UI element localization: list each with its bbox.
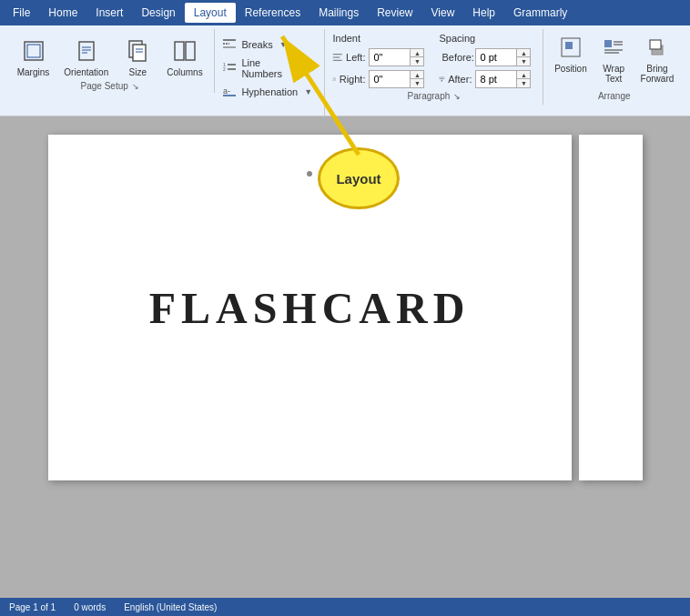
menu-layout[interactable]: Layout: [185, 3, 236, 23]
wrap-text-icon: [599, 33, 628, 62]
menu-design[interactable]: Design: [132, 3, 184, 23]
svg-rect-1: [27, 45, 40, 57]
arrange-group: Position Wrap Text: [543, 29, 685, 103]
page-setup-buttons: Margins Orientation: [12, 29, 208, 81]
size-icon: [123, 36, 152, 66]
columns-button[interactable]: Columns: [161, 33, 208, 81]
spacing-after-up[interactable]: ▲: [517, 71, 530, 79]
menu-help[interactable]: Help: [463, 3, 504, 23]
columns-icon: [170, 36, 199, 66]
margins-button[interactable]: Margins: [12, 33, 56, 81]
status-words: 0 words: [74, 602, 106, 612]
spacing-before-label: Before:: [439, 52, 472, 63]
spacing-header: Spacing: [439, 33, 531, 44]
svg-rect-43: [650, 40, 661, 49]
menu-insert[interactable]: Insert: [86, 3, 132, 23]
indent-right-arrows: ▲ ▼: [411, 70, 424, 88]
page-setup-expand-icon[interactable]: ↘: [132, 82, 139, 91]
position-button[interactable]: Position: [549, 29, 592, 77]
paragraph-group-label: Paragraph ↘: [332, 89, 535, 101]
line-numbers-icon: 1 2: [222, 60, 237, 77]
indent-right-down[interactable]: ▼: [411, 79, 423, 87]
page-card-right: [579, 135, 643, 480]
orientation-button[interactable]: Orientation: [58, 33, 114, 81]
spacing-after-arrows: ▲ ▼: [517, 70, 531, 88]
line-numbers-arrow: ▼: [309, 64, 318, 73]
status-language: English (United States): [124, 602, 217, 612]
indent-left-row: Left: ▲ ▼: [332, 47, 424, 67]
arrange-label: Arrange: [549, 91, 679, 103]
columns-label: Columns: [167, 67, 202, 77]
spacing-after-row: After: ▲ ▼: [439, 69, 531, 89]
wrap-text-button[interactable]: Wrap Text: [594, 29, 633, 87]
bring-forward-button[interactable]: Bring Forward: [635, 29, 679, 87]
spacing-before-down[interactable]: ▼: [517, 57, 530, 66]
margins-icon: [19, 36, 48, 66]
svg-rect-7: [133, 45, 146, 61]
indent-left-up[interactable]: ▲: [411, 49, 423, 57]
menu-references[interactable]: References: [236, 3, 309, 23]
spacing-before-input[interactable]: [475, 48, 517, 66]
indent-header: Indent: [332, 33, 424, 44]
page-card: FLASHCARD: [48, 135, 572, 480]
hyphenation-label: Hyphenation: [241, 86, 298, 97]
menu-bar: File Home Insert Design Layout Reference…: [0, 0, 690, 25]
menu-view[interactable]: View: [422, 3, 464, 23]
spacing-after-spinner: ▲ ▼: [475, 70, 531, 88]
indent-right-spinner: ▲ ▼: [369, 70, 424, 88]
indent-right-up[interactable]: ▲: [411, 71, 423, 79]
indent-left-label: Left:: [332, 52, 365, 63]
position-label: Position: [554, 64, 587, 74]
page-setup-label: Page Setup ↘: [13, 81, 207, 93]
menu-mailings[interactable]: Mailings: [309, 3, 368, 23]
indent-left-spinner: ▲ ▼: [369, 48, 424, 66]
breaks-button[interactable]: Breaks ▼: [218, 35, 320, 55]
size-label: Size: [128, 67, 146, 77]
page-setup-group: Margins Orientation: [5, 29, 215, 93]
indent-left-arrows: ▲ ▼: [411, 48, 424, 66]
wrap-text-label: Wrap Text: [603, 64, 624, 84]
indent-left-input[interactable]: [369, 48, 411, 66]
menu-grammarly[interactable]: Grammarly: [504, 3, 576, 23]
svg-rect-37: [604, 40, 612, 47]
breaks-group: Breaks ▼ 1 2 Line Numbers ▼: [215, 29, 325, 118]
indent-right-label: Right:: [332, 74, 365, 85]
page-content-text: FLASHCARD: [149, 283, 471, 333]
ribbon: Margins Orientation: [0, 25, 690, 116]
orientation-icon: [72, 36, 101, 66]
svg-rect-11: [186, 42, 195, 60]
svg-rect-36: [565, 42, 573, 49]
spacing-after-down[interactable]: ▼: [517, 79, 530, 87]
doc-row: FLASHCARD: [48, 135, 643, 580]
indent-right-input[interactable]: [369, 70, 411, 88]
hyphenation-button[interactable]: a- Hyphenation ▼: [218, 82, 320, 102]
status-page: Page 1 of 1: [9, 602, 56, 612]
indent-section: Indent Left: ▲ ▼: [332, 33, 424, 89]
svg-rect-10: [175, 42, 184, 60]
hyphenation-arrow: ▼: [304, 87, 312, 96]
spacing-before-arrows: ▲ ▼: [517, 48, 531, 66]
svg-rect-2: [79, 42, 94, 60]
spacing-before-up[interactable]: ▲: [517, 49, 530, 57]
paragraph-expand-icon[interactable]: ↘: [453, 92, 461, 101]
position-icon: [556, 33, 585, 62]
menu-home[interactable]: Home: [39, 3, 86, 23]
arrange-buttons: Position Wrap Text: [549, 29, 679, 87]
spacing-section: Spacing Before: ▲: [439, 33, 531, 89]
margins-label: Margins: [17, 67, 50, 77]
line-numbers-button[interactable]: 1 2 Line Numbers ▼: [218, 58, 320, 78]
orientation-label: Orientation: [64, 67, 108, 77]
spacing-before-row: Before: ▲ ▼: [439, 47, 531, 67]
menu-review[interactable]: Review: [368, 3, 421, 23]
menu-file[interactable]: File: [4, 3, 39, 23]
breaks-icon: [222, 36, 237, 54]
svg-marker-34: [441, 80, 443, 81]
size-button[interactable]: Size: [117, 33, 157, 81]
breaks-label: Breaks: [241, 39, 272, 50]
bring-forward-icon: [643, 33, 672, 62]
indent-left-down[interactable]: ▼: [411, 57, 423, 66]
breaks-arrow: ▼: [279, 40, 288, 49]
spacing-after-input[interactable]: [475, 70, 517, 88]
hyphenation-icon: a-: [222, 84, 237, 101]
status-bar: Page 1 of 1 0 words English (United Stat…: [0, 598, 690, 616]
